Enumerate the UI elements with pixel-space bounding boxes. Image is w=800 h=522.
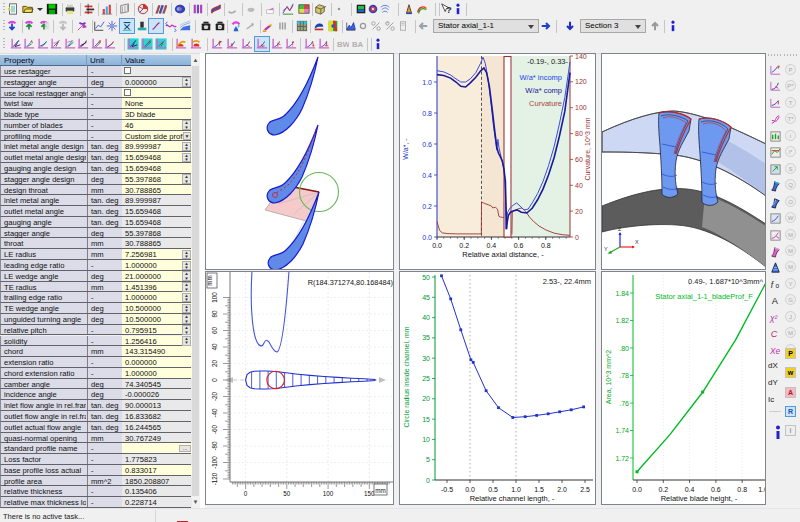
svg-text:Curvature, 10^3 mm: Curvature, 10^3 mm	[584, 117, 591, 180]
svg-text:X: X	[635, 239, 639, 245]
svg-text:1.5: 1.5	[534, 486, 544, 493]
svg-text:1.72: 1.72	[615, 455, 629, 462]
svg-text:2.0: 2.0	[557, 486, 567, 493]
svg-text:2.5: 2.5	[580, 486, 590, 493]
svg-text:0.8: 0.8	[422, 110, 432, 117]
svg-text:D: D	[218, 24, 222, 30]
svg-text:45: 45	[422, 294, 430, 301]
svg-text:Relative channel length, -: Relative channel length, -	[470, 494, 555, 503]
svg-text:mm: mm	[206, 275, 213, 286]
svg-text:50: 50	[283, 490, 291, 497]
svg-text:0.0: 0.0	[465, 486, 475, 493]
svg-text:100: 100	[575, 104, 587, 111]
svg-text:BW: BW	[337, 40, 349, 49]
svg-text:100: 100	[323, 490, 334, 497]
svg-text:W/a*, -: W/a*, -	[402, 138, 409, 160]
svg-text:Xe: Xe	[769, 346, 780, 356]
svg-text:f: f	[771, 280, 775, 290]
svg-text:40: 40	[575, 182, 583, 189]
svg-text:Relative blade height, -: Relative blade height, -	[661, 494, 738, 503]
svg-text:-60: -60	[211, 424, 218, 434]
svg-text:120: 120	[575, 78, 587, 85]
svg-text:100: 100	[211, 292, 218, 303]
svg-text:.78: .78	[619, 372, 629, 379]
svg-text:1.84: 1.84	[615, 290, 629, 297]
svg-text:2.53-, 22.4mm: 2.53-, 22.4mm	[543, 277, 591, 286]
svg-text:20: 20	[422, 395, 430, 402]
svg-text:20: 20	[575, 208, 583, 215]
svg-text:60: 60	[575, 156, 583, 163]
svg-text:0.49-, 1.687*10^3mm^: 0.49-, 1.687*10^3mm^	[688, 277, 763, 286]
svg-text:-80: -80	[211, 441, 218, 451]
svg-text:80: 80	[211, 310, 218, 318]
svg-text:0.2: 0.2	[422, 203, 432, 210]
svg-text:15: 15	[422, 416, 430, 423]
svg-text:40: 40	[422, 314, 430, 321]
svg-text:0.2: 0.2	[658, 486, 668, 493]
svg-text:0.8: 0.8	[541, 242, 551, 249]
svg-text:-100: -100	[211, 456, 218, 469]
svg-text:w: w	[203, 24, 208, 30]
svg-text:χ²: χ²	[769, 313, 778, 323]
svg-text:Relative axial distance, -: Relative axial distance, -	[462, 250, 544, 259]
svg-text:0.6: 0.6	[711, 486, 721, 493]
svg-text:25: 25	[422, 375, 430, 382]
svg-text:A: A	[772, 297, 779, 307]
svg-text:-0.5: -0.5	[441, 486, 453, 493]
svg-text:Y: Y	[604, 246, 608, 252]
svg-text:0.0: 0.0	[422, 234, 432, 241]
svg-text:W/a* incomp: W/a* incomp	[519, 73, 562, 82]
svg-text:R(184.371274,80.168484): R(184.371274,80.168484)	[308, 278, 393, 287]
svg-text:W/a* comp: W/a* comp	[525, 86, 562, 95]
svg-text:-0.19-, 0.33-: -0.19-, 0.33-	[527, 57, 568, 66]
svg-text:1.0: 1.0	[422, 79, 432, 86]
svg-text:0.4: 0.4	[422, 172, 432, 179]
svg-text:150: 150	[364, 490, 375, 497]
svg-text:0.6: 0.6	[514, 242, 524, 249]
svg-text:.80: .80	[619, 345, 629, 352]
svg-text:0.4: 0.4	[487, 242, 497, 249]
svg-text:20: 20	[211, 360, 218, 368]
svg-text:1.0: 1.0	[758, 486, 765, 493]
svg-text:0.4: 0.4	[685, 486, 695, 493]
svg-text:o: o	[776, 282, 780, 289]
svg-text:50: 50	[422, 274, 430, 281]
svg-text:0.5: 0.5	[488, 486, 498, 493]
svg-text:-40: -40	[211, 408, 218, 418]
svg-text:Circle radius inside channel,: Circle radius inside channel, mm	[403, 326, 410, 427]
svg-text:mm: mm	[375, 487, 386, 494]
svg-text:C: C	[771, 329, 778, 339]
svg-text:60: 60	[211, 327, 218, 335]
svg-text:10: 10	[422, 436, 430, 443]
svg-text:5: 5	[426, 456, 430, 463]
svg-text:1.74: 1.74	[615, 427, 629, 434]
svg-text:0.8: 0.8	[737, 486, 747, 493]
svg-text:Area, 10^3 mm^2: Area, 10^3 mm^2	[605, 350, 612, 405]
svg-text:0.0: 0.0	[432, 242, 442, 249]
svg-text:-20: -20	[211, 391, 218, 401]
svg-text:-120: -120	[211, 472, 218, 485]
svg-text:0: 0	[244, 490, 248, 497]
svg-text:0: 0	[575, 234, 579, 241]
svg-text:80: 80	[575, 130, 583, 137]
svg-text:30: 30	[422, 355, 430, 362]
svg-text:1.0: 1.0	[511, 486, 521, 493]
svg-text:0.6: 0.6	[422, 141, 432, 148]
svg-text:.76: .76	[619, 400, 629, 407]
svg-text:1.82: 1.82	[615, 317, 629, 324]
svg-text:35: 35	[422, 334, 430, 341]
svg-text:40: 40	[211, 343, 218, 351]
svg-text:0.0: 0.0	[632, 486, 642, 493]
svg-text:BA: BA	[352, 40, 364, 49]
svg-text:0: 0	[211, 378, 218, 382]
svg-text:0: 0	[426, 477, 430, 484]
svg-text:140: 140	[575, 54, 587, 60]
svg-text:Stator axial_1-1_bladeProf_F: Stator axial_1-1_bladeProf_F	[655, 292, 753, 301]
svg-text:Curvature: Curvature	[529, 99, 562, 108]
svg-text:0.2: 0.2	[459, 242, 469, 249]
